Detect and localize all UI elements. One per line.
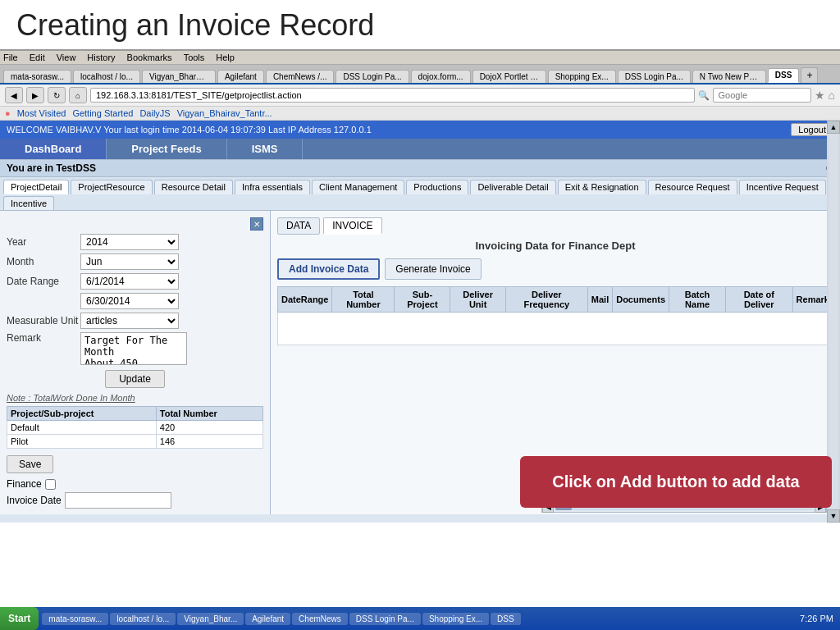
main-nav: DashBoard Project Feeds ISMS [0, 139, 840, 159]
remark-label: Remark [7, 332, 80, 344]
welcome-text: WELCOME VAIBHAV.V Your last login time 2… [7, 125, 372, 135]
menu-edit[interactable]: Edit [30, 52, 45, 62]
invoice-table: DateRange Total Number Sub-Project Deliv… [277, 286, 833, 345]
totals-table: Project/Sub-project Total Number Default… [7, 406, 263, 449]
start-button[interactable]: Start [0, 607, 39, 630]
home-icon[interactable]: ⌂ [829, 89, 835, 102]
home-button[interactable]: ⌂ [69, 87, 87, 103]
tab-project-detail[interactable]: ProjectDetail [3, 180, 69, 194]
tab-data[interactable]: DATA [277, 217, 320, 235]
taskbar-clock: 7:26 PM [793, 614, 840, 623]
tab-productions[interactable]: Productions [406, 180, 468, 194]
menu-view[interactable]: View [57, 52, 76, 62]
tab-resource-request[interactable]: Resource Request [648, 180, 737, 194]
date-to-select[interactable]: 6/30/2014 [80, 293, 179, 309]
save-button[interactable]: Save [7, 455, 53, 473]
taskbar-item-4[interactable]: ChemNews [292, 613, 348, 625]
tab-incentive[interactable]: Incentive [3, 196, 54, 210]
browser-tab-11[interactable]: DSS [768, 68, 800, 83]
generate-invoice-button[interactable]: Generate Invoice [385, 258, 481, 280]
update-button[interactable]: Update [105, 370, 165, 388]
left-panel-header: ✕ [7, 217, 263, 231]
month-row: Month Jun [7, 253, 263, 270]
browser-tab-5[interactable]: DSS Login Pa... [336, 70, 409, 83]
menu-file[interactable]: File [3, 52, 18, 62]
tab-resource-detail[interactable]: Resource Detail [154, 180, 233, 194]
menu-tools[interactable]: Tools [184, 52, 205, 62]
taskbar-item-7[interactable]: DSS [491, 613, 521, 625]
taskbar-item-5[interactable]: DSS Login Pa... [349, 613, 421, 625]
table-row: Default 420 [7, 421, 263, 435]
browser-tabbar: mata-sorasw... localhost / lo... Vigyan_… [0, 65, 840, 84]
taskbar-item-6[interactable]: Shopping Ex... [422, 613, 489, 625]
bookmark-most-visited[interactable]: Most Visited [17, 108, 66, 118]
scroll-down-arrow[interactable]: ▼ [827, 509, 840, 523]
taskbar-item-0[interactable]: mata-sorasw... [42, 613, 108, 625]
browser-tab-4[interactable]: ChemNews /... [266, 70, 335, 83]
callout-box: Click on Add button to add data [520, 456, 832, 508]
browser-tab-1[interactable]: localhost / lo... [73, 70, 140, 83]
remark-textarea[interactable]: Target For The Month About 450. [80, 332, 187, 365]
browser-tab-3[interactable]: Agilefant [217, 70, 264, 83]
tab-invoice[interactable]: INVOICE [323, 217, 381, 235]
invoice-date-input[interactable] [65, 492, 171, 509]
month-select[interactable]: Jun [80, 253, 179, 270]
main-split: ✕ Year 2014 Month Jun Date Range 6/1/201… [0, 211, 840, 514]
taskbar-items: mata-sorasw... localhost / lo... Vigyan_… [42, 613, 793, 625]
address-input[interactable] [90, 88, 695, 103]
taskbar-item-3[interactable]: Agilefant [245, 613, 290, 625]
menu-history[interactable]: History [87, 52, 115, 62]
remark-row: Remark Target For The Month About 450. [7, 332, 263, 365]
tab-exit[interactable]: Exit & Resignation [558, 180, 646, 194]
menu-help[interactable]: Help [216, 52, 235, 62]
new-tab-button[interactable]: + [801, 67, 818, 83]
browser-tab-0[interactable]: mata-sorasw... [3, 70, 71, 83]
browser-tab-7[interactable]: DojoX Portlet In... [472, 70, 546, 83]
nav-project-feeds[interactable]: Project Feeds [107, 139, 226, 159]
browser-addressbar: ◀ ▶ ↻ ⌂ 🔍 ★ ⌂ [0, 84, 840, 107]
col-deliver-unit: Deliver Unit [450, 287, 505, 313]
bookmark-dailyjs[interactable]: DailyJS [139, 108, 170, 118]
nav-isms[interactable]: ISMS [227, 139, 304, 159]
add-invoice-button[interactable]: Add Invoice Data [277, 258, 380, 280]
settings-button[interactable]: ✕ [250, 217, 263, 231]
scroll-up-arrow[interactable]: ▲ [827, 121, 840, 134]
scroll-vertical-track[interactable] [829, 134, 838, 509]
section-label: You are in TestDSS [7, 162, 96, 174]
col-sub-project: Sub-Project [395, 287, 450, 313]
bookmark-icon[interactable]: ★ [815, 89, 825, 102]
col-batch-name: Batch Name [669, 287, 726, 313]
taskbar-item-1[interactable]: localhost / lo... [110, 613, 176, 625]
col-total: Total Number [156, 407, 262, 421]
back-button[interactable]: ◀ [5, 87, 23, 103]
date-from-select[interactable]: 6/1/2014 [80, 273, 179, 290]
bookmark-getting-started[interactable]: Getting Started [72, 108, 133, 118]
year-select[interactable]: 2014 [80, 234, 179, 250]
browser-tab-9[interactable]: DSS Login Pa... [618, 70, 691, 83]
tab-project-resource[interactable]: ProjectResource [71, 180, 152, 194]
menu-bookmarks[interactable]: Bookmarks [127, 52, 172, 62]
search-input[interactable] [713, 88, 811, 103]
tab-deliverable[interactable]: Deliverable Detail [470, 180, 555, 194]
tab-infra[interactable]: Infra essentials [235, 180, 310, 194]
tab-client-mgmt[interactable]: Client Management [312, 180, 404, 194]
browser-tab-10[interactable]: N Two New Pla... [692, 70, 766, 83]
year-label: Year [7, 236, 80, 248]
reload-button[interactable]: ↻ [48, 87, 66, 103]
invoice-actions: Add Invoice Data Generate Invoice [277, 258, 833, 280]
browser-tab-8[interactable]: Shopping Ex... [548, 70, 616, 83]
forward-button[interactable]: ▶ [26, 87, 44, 103]
col-documents: Documents [613, 287, 669, 313]
tab-incentive-request[interactable]: Incentive Request [739, 180, 826, 194]
bookmark-vigyan[interactable]: Vigyan_Bhairav_Tantr... [177, 108, 272, 118]
taskbar-item-2[interactable]: Vigyan_Bhar... [177, 613, 244, 625]
finance-checkbox[interactable] [45, 479, 56, 490]
note-text: Note : TotalWork Done In Month [7, 393, 263, 403]
nav-dashboard[interactable]: DashBoard [0, 139, 107, 159]
year-row: Year 2014 [7, 234, 263, 250]
browser-tab-6[interactable]: dojox.form... [411, 70, 471, 83]
app-content: WELCOME VAIBHAV.V Your last login time 2… [0, 121, 840, 523]
measurable-unit-select[interactable]: articles [80, 313, 179, 329]
data-invoice-tabs: DATA INVOICE [277, 217, 833, 235]
browser-tab-2[interactable]: Vigyan_Bharav_... [142, 70, 216, 83]
